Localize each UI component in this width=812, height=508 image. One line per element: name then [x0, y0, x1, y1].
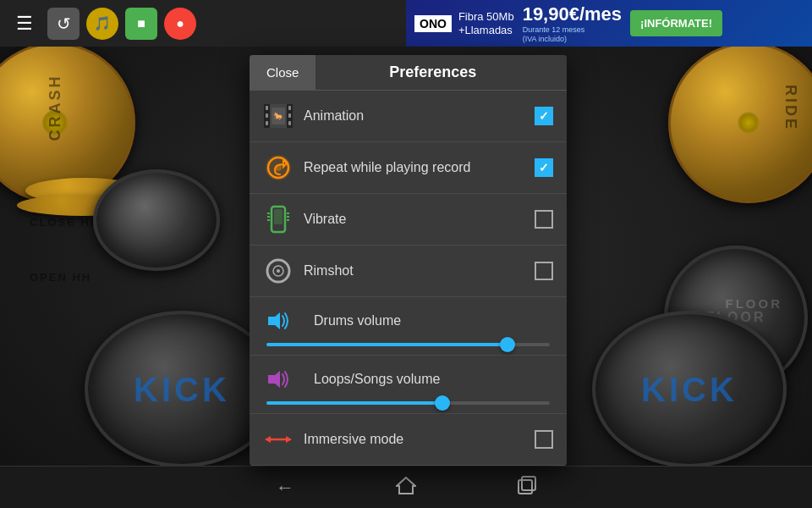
svg-marker-25: [268, 312, 280, 329]
svg-marker-26: [268, 371, 280, 388]
menu-button[interactable]: ☰: [8, 8, 41, 40]
refresh-button[interactable]: ↺: [47, 8, 80, 40]
vibrate-row[interactable]: Vibrate: [250, 194, 567, 246]
ad-brand: ONO: [414, 15, 452, 32]
vibrate-label: Vibrate: [304, 212, 535, 227]
preferences-header: Close Preferences: [250, 55, 567, 91]
animation-icon: 🐎: [263, 101, 294, 131]
svg-point-24: [277, 269, 280, 273]
drums-volume-row: Drums volume: [250, 297, 567, 356]
vibrate-icon: [263, 204, 294, 235]
immersive-icon: [263, 424, 294, 455]
svg-rect-6: [288, 106, 291, 110]
kick-drum-right: KICK: [592, 311, 787, 467]
svg-point-13: [275, 164, 282, 171]
animation-label: Animation: [304, 108, 535, 124]
ad-small-text: Durante 12 meses (IVA incluido): [523, 25, 622, 44]
ad-price: 19,90€/mes: [523, 3, 622, 25]
animation-row[interactable]: 🐎 Animation: [250, 91, 567, 142]
svg-text:🐎: 🐎: [273, 111, 284, 122]
svg-rect-3: [266, 106, 268, 110]
rimshot-label: Rimshot: [304, 263, 535, 279]
home-button[interactable]: [396, 476, 416, 500]
immersive-label: Immersive mode: [304, 432, 535, 447]
ad-banner: ONO Fibra 50Mb +Llamadas 19,90€/mes Dura…: [406, 0, 812, 47]
svg-rect-15: [274, 209, 283, 224]
vibrate-checkbox[interactable]: [535, 210, 553, 229]
drums-volume-slider[interactable]: [266, 343, 550, 346]
svg-marker-29: [286, 436, 292, 443]
preferences-dialog: Close Preferences 🐎: [250, 55, 567, 466]
svg-rect-5: [266, 121, 268, 125]
metronome-button[interactable]: 🎵: [86, 8, 118, 40]
rimshot-row[interactable]: Rimshot: [250, 246, 567, 297]
bottom-nav-bar: ←: [0, 466, 812, 508]
loops-volume-label: Loops/Songs volume: [314, 372, 440, 387]
recent-button[interactable]: [518, 476, 536, 500]
close-button[interactable]: Close: [250, 55, 315, 90]
animation-checkbox[interactable]: [535, 107, 553, 125]
record-button[interactable]: ■: [125, 8, 157, 40]
drums-volume-label: Drums volume: [314, 313, 401, 329]
svg-marker-28: [265, 436, 271, 443]
immersive-row[interactable]: Immersive mode: [250, 414, 567, 466]
ride-cymbal: RIDE: [668, 42, 812, 203]
svg-marker-30: [397, 478, 415, 494]
loops-volume-row: Loops/Songs volume: [250, 356, 567, 414]
stop-button[interactable]: ●: [164, 8, 196, 40]
repeat-icon: [263, 152, 294, 183]
svg-rect-4: [266, 113, 268, 118]
immersive-checkbox[interactable]: [535, 430, 553, 449]
repeat-label: Repeat while playing record: [304, 160, 535, 175]
loops-volume-slider[interactable]: [266, 401, 550, 405]
snare-drum: [93, 169, 220, 271]
repeat-checkbox[interactable]: [535, 158, 553, 177]
rimshot-checkbox[interactable]: [535, 262, 553, 280]
back-button[interactable]: ←: [276, 477, 294, 499]
svg-rect-32: [522, 477, 535, 490]
drums-volume-icon: [263, 306, 294, 336]
svg-rect-7: [288, 113, 291, 118]
svg-rect-31: [518, 480, 532, 494]
rimshot-icon: [263, 256, 294, 286]
ad-cta-button[interactable]: ¡INFÓRMATE!: [630, 10, 722, 36]
repeat-row[interactable]: Repeat while playing record: [250, 142, 567, 194]
loops-volume-icon: [263, 364, 294, 395]
preferences-title: Preferences: [315, 64, 567, 81]
preferences-body: 🐎 Animation Repeat while playing record: [250, 91, 567, 466]
ad-text: Fibra 50Mb +Llamadas: [458, 10, 514, 36]
svg-rect-8: [288, 121, 291, 125]
